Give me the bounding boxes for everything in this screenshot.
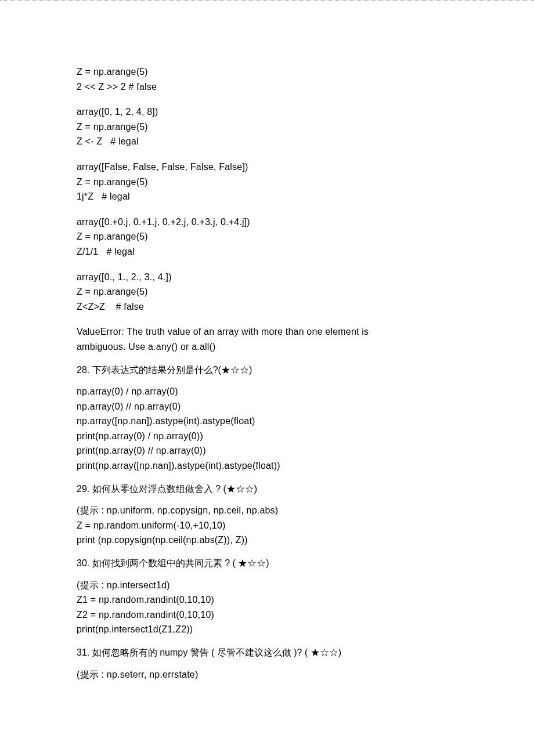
error-line: ambiguous. Use a.any() or a.all() — [77, 339, 459, 355]
code-line: np.array(0) / np.array(0) — [77, 384, 459, 399]
code-line: 1j*Z # legal — [77, 189, 459, 204]
paragraph-gap — [77, 314, 459, 324]
paragraph-gap — [77, 259, 459, 270]
error-line: ValueError: The truth value of an array … — [77, 324, 459, 339]
paragraph-gap — [77, 94, 459, 104]
hint-line: (提示 : np.seterr, np.errstate) — [77, 667, 459, 682]
code-line: Z/1/1 # legal — [77, 244, 459, 259]
paragraph-gap — [77, 204, 459, 215]
hint-line: (提示 : np.uniform, np.copysign, np.ceil, … — [77, 503, 459, 518]
code-line: Z <- Z # legal — [77, 134, 459, 149]
code-line: 2 << Z >> 2 # false — [77, 79, 459, 95]
code-line: Z = np.arange(5) — [77, 229, 459, 244]
code-line: Z1 = np.random.randint(0,10,10) — [77, 592, 459, 607]
question-30-heading: 30. 如何找到两个数组中的共同元素 ? ( ★☆☆) — [77, 556, 459, 571]
code-line: print(np.array(0) // np.array(0)) — [77, 443, 459, 458]
code-line: Z = np.arange(5) — [77, 175, 459, 190]
code-line: array([0.+0.j, 0.+1.j, 0.+2.j, 0.+3.j, 0… — [77, 215, 459, 230]
document-page: Z = np.arange(5) 2 << Z >> 2 # false arr… — [0, 0, 534, 728]
code-line: Z<Z>Z # false — [77, 299, 459, 314]
code-line: print(np.array(0) / np.array(0)) — [77, 429, 459, 444]
question-31-heading: 31. 如何忽略所有的 numpy 警告 ( 尽管不建议这么做 )? ( ★☆☆… — [77, 645, 459, 660]
code-line: array([0., 1., 2., 3., 4.]) — [77, 270, 459, 285]
code-line: print(np.intersect1d(Z1,Z2)) — [77, 622, 459, 637]
code-line: print (np.copysign(np.ceil(np.abs(Z)), Z… — [77, 533, 459, 548]
code-line: Z = np.arange(5) — [77, 64, 459, 79]
code-line: array([0, 1, 2, 4, 8]) — [77, 104, 459, 120]
code-line: array([False, False, False, False, False… — [77, 160, 459, 175]
code-line: print(np.array([np.nan]).astype(int).ast… — [77, 458, 459, 473]
question-28-heading: 28. 下列表达式的结果分别是什么?(★☆☆) — [77, 363, 459, 378]
code-line: Z = np.arange(5) — [77, 284, 459, 299]
code-line: Z = np.arange(5) — [77, 120, 459, 135]
code-line: Z = np.random.uniform(-10,+10,10) — [77, 518, 459, 533]
code-line: Z2 = np.random.randint(0,10,10) — [77, 607, 459, 623]
question-29-heading: 29. 如何从零位对浮点数组做舍入 ? (★☆☆) — [77, 482, 459, 497]
code-line: np.array([np.nan]).astype(int).astype(fl… — [77, 414, 459, 429]
paragraph-gap — [77, 149, 459, 160]
hint-line: (提示 : np.intersect1d) — [77, 578, 459, 593]
code-line: np.array(0) // np.array(0) — [77, 399, 459, 414]
